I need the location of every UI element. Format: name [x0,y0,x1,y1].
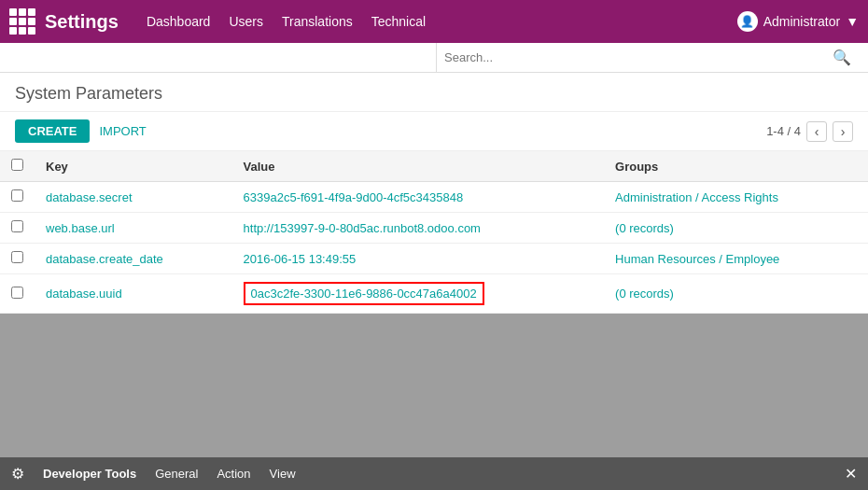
cell-groups: Human Resources / Employee [604,244,868,274]
table-header-row: Key Value Groups [0,151,868,182]
cell-value[interactable]: 2016-06-15 13:49:55 [232,244,605,274]
pagination-info: 1-4 / 4 [766,124,801,138]
cell-value[interactable]: 6339a2c5-f691-4f9a-9d00-4cf5c3435848 [232,182,605,213]
header-checkbox-col [0,151,35,182]
devtools-action[interactable]: Action [217,467,250,481]
header-groups: Groups [604,151,868,182]
row-checkbox[interactable] [11,189,23,202]
nav-dashboard[interactable]: Dashboard [147,14,211,29]
header-value: Value [232,151,605,182]
table-row: database.create_date2016-06-15 13:49:55H… [0,244,868,274]
cell-groups: (0 records) [604,213,868,244]
devtools-general[interactable]: General [155,467,198,481]
nav-links: Dashboard Users Translations Technical [147,14,737,29]
nav-users[interactable]: Users [229,14,263,29]
cell-key[interactable]: database.uuid [35,274,232,314]
nav-translations[interactable]: Translations [282,14,353,29]
user-avatar: 👤 [737,11,758,32]
system-params-table: Key Value Groups database.secret6339a2c5… [0,151,868,314]
page-title: System Parameters [15,84,162,104]
table-row: database.secret6339a2c5-f691-4f9a-9d00-4… [0,182,868,213]
devtools-view[interactable]: View [270,467,296,481]
cell-key[interactable]: database.secret [35,182,232,213]
table-row: database.uuid0ac3c2fe-3300-11e6-9886-0cc… [0,274,868,314]
row-checkbox[interactable] [11,220,23,232]
search-input-wrap: 🔍 [436,43,859,72]
cell-value[interactable]: 0ac3c2fe-3300-11e6-9886-0cc47a6a4002 [232,274,605,314]
search-icon[interactable]: 🔍 [825,49,859,66]
navbar: Settings Dashboard Users Translations Te… [0,0,868,43]
grid-menu-icon[interactable] [9,8,35,35]
dev-tools-footer: ⚙ Developer Tools General Action View ✕ [0,457,868,490]
table-row: web.base.urlhttp://153997-9-0-80d5ac.run… [0,213,868,244]
cell-key[interactable]: database.create_date [35,244,232,274]
cell-key[interactable]: web.base.url [35,213,232,244]
create-button[interactable]: CREATE [15,119,90,143]
pagination-prev[interactable]: ‹ [806,121,827,142]
page-header: System Parameters [0,73,868,112]
user-name: Administrator [763,14,840,29]
row-checkbox[interactable] [11,251,23,263]
user-menu[interactable]: 👤 Administrator ▼ [737,11,859,32]
select-all-checkbox[interactable] [11,159,23,171]
cell-groups: Administration / Access Rights [604,182,868,213]
import-button[interactable]: IMPORT [99,124,146,138]
toolbar: CREATE IMPORT 1-4 / 4 ‹ › [0,112,868,151]
cell-groups: (0 records) [604,274,868,314]
main-content: System Parameters CREATE IMPORT 1-4 / 4 … [0,73,868,314]
dev-tools-icon: ⚙ [11,465,24,483]
dev-tools-title: Developer Tools [43,467,136,481]
user-dropdown-icon: ▼ [846,14,859,29]
highlighted-value: 0ac3c2fe-3300-11e6-9886-0cc47a6a4002 [244,282,484,305]
app-title: Settings [45,11,119,33]
nav-technical[interactable]: Technical [371,14,426,29]
pagination: 1-4 / 4 ‹ › [766,121,853,142]
pagination-next[interactable]: › [833,121,853,142]
search-bar: 🔍 [0,43,868,73]
cell-value[interactable]: http://153997-9-0-80d5ac.runbot8.odoo.co… [232,213,605,244]
header-key: Key [35,151,232,182]
dev-tools-close[interactable]: ✕ [845,465,857,483]
search-input[interactable] [437,43,825,72]
table-wrap: Key Value Groups database.secret6339a2c5… [0,151,868,314]
row-checkbox[interactable] [11,287,23,299]
toolbar-left: CREATE IMPORT [15,119,147,143]
